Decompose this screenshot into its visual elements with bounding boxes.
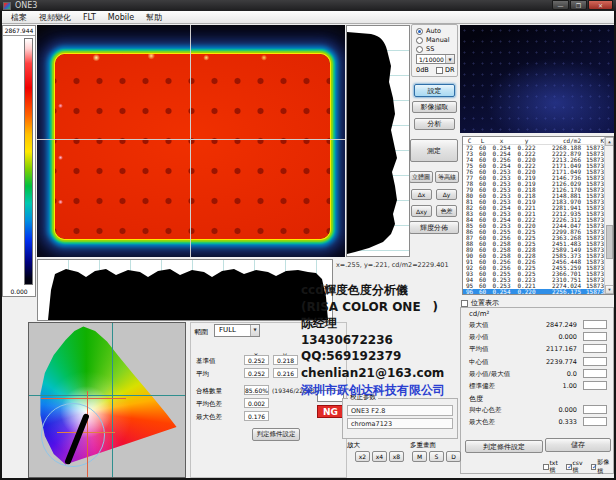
- maximize-button[interactable]: ❐: [570, 0, 587, 10]
- max-diff-value: 0.176: [244, 411, 269, 421]
- exposure-mode-radio[interactable]: Auto: [416, 27, 457, 35]
- save-format-checkbox[interactable]: ✓ txt檔: [543, 458, 562, 476]
- color-diff-button[interactable]: 色差: [436, 205, 457, 217]
- scrollbar-thumb[interactable]: [606, 225, 613, 259]
- colorbar-gradient: [24, 38, 33, 285]
- threshold-input[interactable]: [583, 369, 607, 378]
- save-format-checkbox[interactable]: ✓ 影像檔: [591, 458, 613, 476]
- threshold-input[interactable]: [583, 320, 607, 329]
- menu-item[interactable]: 視頻變化: [33, 12, 77, 23]
- menu-item[interactable]: 檔案: [5, 12, 33, 23]
- colorbar-max-value: 2867.944: [3, 26, 35, 36]
- menu-item[interactable]: Mobile: [102, 13, 140, 22]
- table-scrollbar[interactable]: ▲ ▼: [604, 137, 613, 294]
- contour-button[interactable]: 等高線: [435, 171, 459, 183]
- checkbox-icon: ✓: [566, 464, 572, 470]
- chevron-down-icon: ▼: [250, 325, 259, 336]
- shutter-speed-dropdown[interactable]: 1/10000 ▼: [416, 54, 455, 64]
- pass-count-value: 85.60%: [244, 385, 269, 395]
- threshold-input[interactable]: [583, 332, 607, 341]
- horizontal-profile-plot: [37, 259, 333, 321]
- judge-condition-button-2[interactable]: 判定條件設定: [252, 428, 300, 441]
- table-body: 72 60 0.254 0.222 2268.188 15873 73 60 0…: [463, 145, 613, 295]
- chroma-section-title: 色度: [469, 394, 483, 404]
- client-area: 2867.944 0.000 x=.255, y=.221, cd/m2=222…: [2, 24, 614, 478]
- save-format-checkbox[interactable]: ✓ csv檔: [566, 458, 587, 476]
- luminance-image[interactable]: [37, 25, 345, 257]
- checkbox-icon: ✓: [591, 464, 597, 470]
- scroll-down-icon[interactable]: ▼: [605, 285, 614, 294]
- zoom-factor-button[interactable]: x4: [372, 451, 387, 462]
- stat-row: 最小值 0.000: [461, 331, 613, 343]
- set-button[interactable]: 設定: [414, 84, 455, 97]
- threshold-input[interactable]: [583, 344, 607, 353]
- cie-tolerance-circle: [41, 403, 105, 467]
- camera-preview-image[interactable]: [460, 25, 614, 133]
- stat-row: 中心值 2239.774: [461, 356, 613, 368]
- gain-label: 0dB: [416, 66, 436, 74]
- calibration-title: 校正参数: [348, 393, 378, 402]
- threshold-input[interactable]: [583, 381, 607, 390]
- range-label: 範圍: [194, 327, 208, 337]
- exposure-mode-radio[interactable]: Manual: [416, 36, 457, 44]
- stat-row: 平均值 2117.167: [461, 343, 613, 355]
- checkbox-icon: ✓: [543, 464, 549, 470]
- cie-marker-line-h: [41, 398, 125, 399]
- luminance-section-title: cd/m²: [469, 310, 489, 318]
- pass-count-label: 合格數量: [196, 387, 222, 396]
- zoom-factor-button[interactable]: x2: [355, 451, 370, 462]
- calibration-param2-field[interactable]: chroma7123: [347, 418, 453, 429]
- judge-condition-button[interactable]: 判定條件設定: [465, 440, 543, 453]
- app-icon: [3, 2, 11, 10]
- close-button[interactable]: ✕: [588, 0, 613, 10]
- menu-item[interactable]: FLT: [77, 13, 102, 22]
- capture-button[interactable]: 影像擷取: [412, 101, 457, 113]
- threshold-input[interactable]: [583, 417, 607, 426]
- threshold-input[interactable]: [583, 357, 607, 366]
- title-bar[interactable]: ONE3 — ❐ ✕: [0, 0, 616, 11]
- cie-chromaticity-diagram[interactable]: [28, 322, 186, 478]
- avg-diff-label: 平均色差: [196, 400, 222, 409]
- radio-icon: [416, 28, 423, 35]
- multi-screen-button[interactable]: S: [429, 451, 444, 462]
- crosshair-vertical[interactable]: [190, 25, 191, 257]
- max-diff-label: 最大色差: [196, 413, 222, 422]
- calibration-param1-field[interactable]: ONE3 F2.8: [347, 405, 453, 416]
- menu-item[interactable]: 幫助: [140, 12, 168, 23]
- vertical-profile-plot: [346, 25, 410, 257]
- scroll-up-icon[interactable]: ▲: [605, 137, 614, 146]
- multi-screen-button[interactable]: M: [412, 451, 427, 462]
- luminance-dist-button[interactable]: 輝度分佈: [409, 221, 459, 234]
- crosshair-horizontal[interactable]: [37, 139, 345, 140]
- value-y-field[interactable]: 0.218: [273, 355, 298, 365]
- led-panel-heatmap: [55, 54, 330, 239]
- threshold-input[interactable]: [583, 405, 607, 414]
- zoom-label: 放大: [347, 441, 360, 450]
- table-row[interactable]: 96 60 0.254 0.220 2256.175 15873: [463, 289, 613, 295]
- delta-xy-button[interactable]: Δxy: [411, 205, 432, 217]
- value-y-field[interactable]: 0.216: [273, 368, 298, 378]
- radio-icon: [416, 37, 423, 44]
- minimize-button[interactable]: —: [552, 0, 569, 10]
- stat-row: 最小值/最大值 0.0: [461, 368, 613, 380]
- result-blank-box: [317, 390, 344, 402]
- dr-checkbox[interactable]: [436, 67, 443, 74]
- range-dropdown[interactable]: FULL ▼: [214, 324, 260, 337]
- checkbox-icon: [461, 300, 468, 307]
- avg-diff-value: 0.002: [244, 398, 269, 408]
- measurement-table[interactable]: C L x y cd/m2 K 72 60 0.254 0.222 2268.1…: [462, 136, 614, 295]
- analyze-button[interactable]: 分析: [414, 118, 455, 130]
- multi-screen-button[interactable]: D: [446, 451, 461, 462]
- colorbar-min-value: 0.000: [3, 287, 35, 296]
- radio-icon: [416, 46, 423, 53]
- value-x-field[interactable]: 0.252: [244, 355, 269, 365]
- save-button[interactable]: 儲存: [545, 438, 611, 452]
- delta-x-button[interactable]: Δx: [411, 189, 432, 200]
- zoom-factor-button[interactable]: x8: [389, 451, 404, 462]
- delta-y-button[interactable]: Δy: [436, 189, 457, 200]
- chevron-down-icon: ▼: [445, 55, 454, 63]
- value-x-field[interactable]: 0.252: [244, 368, 269, 378]
- exposure-mode-radio[interactable]: SS: [416, 45, 457, 53]
- measure-button[interactable]: 測定: [410, 139, 458, 162]
- solid-view-button[interactable]: 立體圖: [409, 171, 433, 183]
